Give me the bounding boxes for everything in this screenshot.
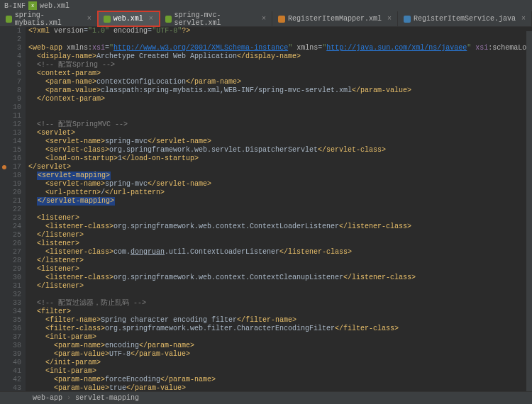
code-line[interactable]: </servlet> [28, 163, 532, 172]
code-line[interactable]: <!-- 配置Spring --> [28, 61, 532, 69]
code-line[interactable]: <filter-class>org.springframework.web.fi… [28, 325, 532, 333]
code-line[interactable]: <load-on-startup>1</load-on-startup> [28, 155, 532, 163]
close-icon[interactable]: × [521, 15, 526, 23]
line-number: 33 [0, 299, 21, 308]
code-line[interactable]: <init-param> [28, 367, 532, 376]
tab-RegisterItemService-java[interactable]: RegisterItemService.java× [398, 11, 532, 26]
code-line[interactable]: <context-param> [28, 69, 532, 78]
line-number: 16 [0, 155, 21, 163]
close-icon[interactable]: × [262, 15, 266, 23]
tab-label: spring-mybatis.xml [15, 11, 82, 27]
code-line[interactable]: <param-value>classpath:spring-mybatis.xm… [28, 86, 532, 95]
code-line[interactable]: <servlet-mapping> [28, 172, 532, 180]
file-type-icon [6, 16, 12, 23]
line-number: 14 [0, 138, 21, 146]
tab-RegisterItemMapper-xml[interactable]: RegisterItemMapper.xml× [272, 11, 398, 26]
file-type-icon [278, 16, 285, 23]
code-line[interactable]: <listener> [28, 240, 532, 248]
warning-icon[interactable] [2, 165, 6, 169]
code-line[interactable]: <servlet-class>org.springframework.web.s… [28, 146, 532, 155]
file-type-icon [104, 16, 111, 23]
code-line[interactable] [28, 206, 532, 214]
code-line[interactable]: <listener-class>org.springframework.web.… [28, 223, 532, 231]
code-area[interactable]: <?xml version="1.0" encoding="UTF-8"?> <… [26, 27, 532, 398]
tab-web-xml[interactable]: web.xml× [98, 11, 160, 26]
line-number: 40 [0, 359, 21, 367]
line-number: 37 [0, 333, 21, 342]
close-icon[interactable]: × [149, 15, 153, 23]
breadcrumb-child[interactable]: servlet-mapping [75, 394, 139, 402]
code-line[interactable]: <listener-class>com.dongruan.util.Contex… [28, 248, 532, 257]
code-line[interactable]: <!-- 配置过滤器，防止乱码 --> [28, 299, 532, 308]
line-number: 7 [0, 78, 21, 86]
line-number: 20 [0, 189, 21, 197]
code-line[interactable] [28, 291, 532, 299]
code-line[interactable]: </listener> [28, 257, 532, 265]
line-number: 6 [0, 69, 21, 78]
code-line[interactable]: <url-pattern>/</url-pattern> [28, 189, 532, 197]
close-icon[interactable]: × [387, 15, 392, 23]
editor[interactable]: 1234567891011121314151617181920212223242… [0, 27, 532, 398]
line-number: 36 [0, 325, 21, 333]
line-number: 26 [0, 240, 21, 248]
code-line[interactable]: <listener> [28, 214, 532, 223]
tab-spring-mvc-servlet-xml[interactable]: spring-mvc-servlet.xml× [160, 11, 272, 26]
line-number: 8 [0, 86, 21, 95]
line-number: 32 [0, 291, 21, 299]
code-line[interactable]: <servlet> [28, 129, 532, 138]
line-number: 21 [0, 197, 21, 206]
code-line[interactable]: <!-- 配置SpringMVC --> [28, 120, 532, 129]
title-bar: B-INF x web.xml [0, 0, 532, 11]
code-line[interactable]: </init-param> [28, 359, 532, 367]
code-line[interactable]: <filter-name>Spring character encoding f… [28, 316, 532, 325]
line-number: 30 [0, 274, 21, 282]
code-line[interactable]: <web-app xmlns:xsi="http://www.w3.org/20… [28, 44, 532, 52]
tab-label: RegisterItemMapper.xml [288, 15, 382, 23]
line-number: 4 [0, 52, 21, 61]
code-line[interactable]: </servlet-mapping> [28, 197, 532, 206]
line-number: 41 [0, 367, 21, 376]
code-line[interactable]: </listener> [28, 231, 532, 240]
line-gutter: 1234567891011121314151617181920212223242… [0, 27, 26, 398]
line-number: 39 [0, 350, 21, 359]
line-number: 9 [0, 95, 21, 103]
code-line[interactable]: <init-param> [28, 333, 532, 342]
code-line[interactable]: <listener-class>org.springframework.web.… [28, 274, 532, 282]
code-line[interactable]: </listener> [28, 282, 532, 291]
line-number: 3 [0, 44, 21, 52]
code-line[interactable]: <display-name>Archetype Created Web Appl… [28, 52, 532, 61]
line-number: 5 [0, 61, 21, 69]
code-line[interactable] [28, 35, 532, 44]
file-type-icon [404, 16, 411, 23]
line-number: 25 [0, 231, 21, 240]
tab-spring-mybatis-xml[interactable]: spring-mybatis.xml× [0, 11, 98, 26]
title-file: web.xml [40, 2, 70, 10]
line-number: 18 [0, 172, 21, 180]
line-number: 38 [0, 342, 21, 350]
code-line[interactable]: </context-param> [28, 95, 532, 103]
code-line[interactable] [28, 112, 532, 120]
folder-label: B-INF [4, 2, 26, 10]
line-number: 1 [0, 27, 21, 35]
code-line[interactable]: <param-value>UTF-8</param-value> [28, 350, 532, 359]
line-number: 35 [0, 316, 21, 325]
code-line[interactable] [28, 103, 532, 112]
tab-label: spring-mvc-servlet.xml [174, 11, 256, 27]
code-line[interactable]: <listener> [28, 265, 532, 274]
close-icon[interactable]: × [87, 15, 92, 23]
line-number: 19 [0, 180, 21, 189]
breadcrumb[interactable]: web-app › servlet-mapping [0, 391, 532, 404]
vertical-scrollbar[interactable] [526, 31, 532, 391]
code-line[interactable]: <param-name>forceEncoding</param-name> [28, 376, 532, 384]
tab-label: web.xml [113, 15, 143, 23]
code-line[interactable]: <param-name>contextConfigLocation</param… [28, 78, 532, 86]
code-line[interactable]: <servlet-name>spring-mvc</servlet-name> [28, 138, 532, 146]
code-line[interactable]: <param-name>encoding</param-name> [28, 342, 532, 350]
breadcrumb-root[interactable]: web-app [33, 394, 62, 402]
code-line[interactable]: <filter> [28, 308, 532, 316]
line-number: 2 [0, 35, 21, 44]
line-number: 22 [0, 206, 21, 214]
code-line[interactable]: <servlet-name>spring-mvc</servlet-name> [28, 180, 532, 189]
line-number: 29 [0, 265, 21, 274]
code-line[interactable]: <?xml version="1.0" encoding="UTF-8"?> [28, 27, 532, 35]
